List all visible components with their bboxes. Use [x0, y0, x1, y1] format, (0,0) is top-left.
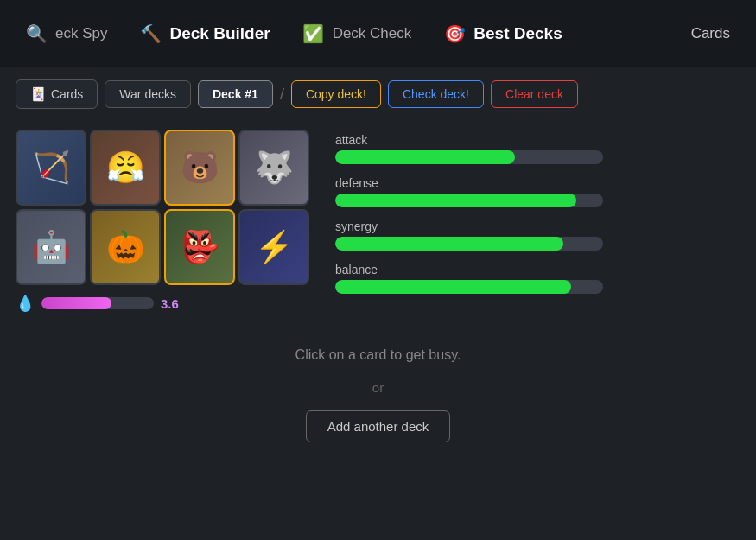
deck-tab-label: Deck #1 [213, 87, 258, 101]
main-content: 🏹 😤 🐻 🐺 🤖 🎃 👺 ⚡ [0, 121, 756, 321]
stat-defense-bar [335, 194, 603, 207]
card-wolf[interactable]: 🐺 [238, 130, 309, 206]
nav-deck-check-label: Deck Check [333, 25, 412, 42]
cards-tab-label: Cards [51, 87, 83, 101]
stat-defense-label: defense [335, 176, 740, 190]
nav-deck-builder[interactable]: 🔨 Deck Builder [123, 0, 285, 67]
stat-balance-label: balance [335, 263, 740, 276]
stat-balance-bar [335, 280, 603, 294]
card-witch[interactable]: 🎃 [90, 209, 161, 285]
nav-deck-builder-label: Deck Builder [169, 24, 270, 43]
elixir-value: 3.6 [161, 296, 179, 311]
elixir-bar-fill [41, 297, 111, 309]
nav-deck-spy[interactable]: 🔍 eck Spy [9, 0, 123, 67]
deck-spy-icon: 🔍 [24, 22, 48, 46]
stats-panel: attack defense synergy balance [335, 130, 740, 313]
card-barbarian[interactable]: 😤 [90, 130, 161, 206]
stat-synergy-bar [335, 237, 603, 251]
top-navigation: 🔍 eck Spy 🔨 Deck Builder ✅ Deck Check 🎯 … [0, 0, 756, 67]
sub-navigation: 🃏 Cards War decks Deck #1 / Copy deck! C… [0, 67, 756, 121]
stat-attack-fill [335, 150, 515, 164]
card-grid: 🏹 😤 🐻 🐺 🤖 🎃 👺 ⚡ [16, 130, 309, 285]
stat-synergy: synergy [335, 219, 740, 251]
breadcrumb-separator: / [280, 86, 284, 104]
check-deck-button[interactable]: Check deck! [388, 80, 484, 108]
card-arrows[interactable]: 🏹 [16, 130, 86, 206]
stat-defense-fill [335, 194, 576, 207]
stat-attack-bar [335, 150, 603, 164]
deck-check-icon: ✅ [302, 22, 326, 46]
best-decks-icon: 🎯 [442, 22, 467, 46]
elixir-bar [41, 297, 154, 309]
stat-defense: defense [335, 176, 740, 207]
stat-attack: attack [335, 133, 740, 164]
add-deck-button[interactable]: Add another deck [306, 410, 451, 442]
stat-synergy-fill [335, 237, 563, 251]
card-knight[interactable]: 🤖 [16, 209, 86, 285]
deck-panel: 🏹 😤 🐻 🐺 🤖 🎃 👺 ⚡ [16, 130, 309, 313]
cards-tab[interactable]: 🃏 Cards [16, 79, 98, 109]
or-text: or [0, 380, 756, 395]
elixir-icon: 💧 [16, 294, 35, 313]
war-decks-tab-label: War decks [119, 87, 176, 101]
nav-best-decks-label: Best Decks [473, 24, 562, 43]
nav-deck-check[interactable]: ✅ Deck Check [286, 0, 428, 67]
clear-deck-button[interactable]: Clear deck [491, 80, 578, 108]
stat-balance-fill [335, 280, 571, 294]
war-decks-tab[interactable]: War decks [105, 80, 191, 108]
cards-tab-icon: 🃏 [30, 86, 46, 102]
card-lightning[interactable]: ⚡ [238, 209, 309, 285]
stat-balance: balance [335, 263, 740, 294]
card-goblin[interactable]: 👺 [164, 209, 235, 285]
click-message: Click on a card to get busy. [0, 321, 756, 375]
nav-cards-button[interactable]: Cards [674, 25, 747, 42]
copy-deck-button[interactable]: Copy deck! [291, 80, 381, 108]
nav-deck-spy-label: eck Spy [55, 25, 107, 42]
elixir-row: 💧 3.6 [16, 294, 309, 313]
nav-best-decks[interactable]: 🎯 Best Decks [427, 0, 577, 67]
deck-tab[interactable]: Deck #1 [198, 80, 273, 108]
deck-builder-icon: 🔨 [138, 22, 162, 46]
card-bear[interactable]: 🐻 [164, 130, 235, 206]
stat-attack-label: attack [335, 133, 740, 147]
stat-synergy-label: synergy [335, 219, 740, 233]
